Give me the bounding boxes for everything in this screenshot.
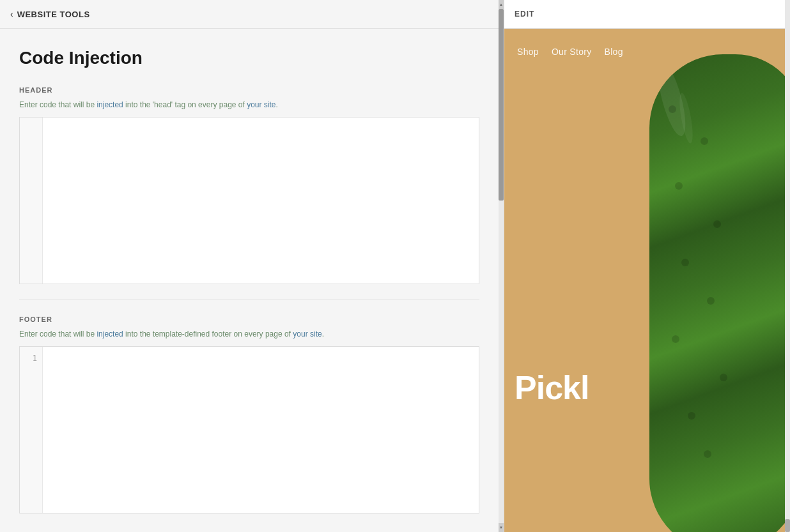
main-scrollbar[interactable]: ▲ ▼ [499,0,504,532]
bump-3 [675,182,683,190]
footer-section-description: Enter code that will be injected into th… [19,328,479,340]
nav-item-shop[interactable]: Shop [517,47,539,57]
left-panel: ‹ WEBSITE TOOLS Code Injection HEADER En… [0,0,499,532]
top-bar: ‹ WEBSITE TOOLS [0,0,499,29]
bump-7 [672,335,679,343]
page-title: Code Injection [19,48,479,68]
pickle-bumps [649,54,790,532]
bump-5 [681,259,689,266]
header-section-description: Enter code that will be injected into th… [19,99,479,110]
footer-line-numbers: 1 [20,347,43,513]
preview-area: Shop Our Story Blog Pickl [504,29,790,532]
bump-6 [707,297,715,305]
footer-section-label: FOOTER [19,315,479,323]
bump-10 [704,450,711,458]
bump-1 [669,105,676,113]
header-code-editor [19,117,479,284]
scrollbar-arrow-up[interactable]: ▲ [499,0,504,9]
scrollbar-arrow-down[interactable]: ▼ [499,523,504,532]
footer-desc-injected: injected [97,330,123,338]
header-section: HEADER Enter code that will be injected … [19,86,479,284]
bump-2 [701,137,708,145]
preview-scrollbar-thumb[interactable] [785,519,790,532]
bump-4 [713,220,721,228]
footer-textarea[interactable] [43,347,479,513]
header-desc-injected: injected [97,100,123,109]
line-number-1: 1 [33,352,37,365]
hero-text: Pickl [515,371,589,404]
edit-bar: EDIT [504,0,790,29]
bump-9 [688,412,695,420]
pickle-image [649,54,790,532]
preview-scrollbar[interactable] [785,0,790,532]
bump-8 [720,374,727,381]
scrollbar-thumb[interactable] [499,9,504,201]
left-content: Code Injection HEADER Enter code that wi… [0,29,499,532]
header-section-label: HEADER [19,86,479,94]
section-divider [19,300,479,300]
edit-label: EDIT [515,10,534,19]
back-arrow-icon[interactable]: ‹ [10,9,13,19]
nav-item-our-story[interactable]: Our Story [552,47,592,57]
right-panel: EDIT Shop Our Story Blog Pickl [504,0,790,532]
footer-desc-yoursite: your site [293,330,321,338]
header-desc-yoursite: your site [247,100,275,109]
header-line-numbers [20,118,43,284]
header-textarea[interactable] [43,118,479,284]
nav-item-blog[interactable]: Blog [605,47,623,57]
footer-section: FOOTER Enter code that will be injected … [19,315,479,513]
footer-code-editor: 1 [19,346,479,513]
website-tools-label[interactable]: WEBSITE TOOLS [17,10,90,19]
